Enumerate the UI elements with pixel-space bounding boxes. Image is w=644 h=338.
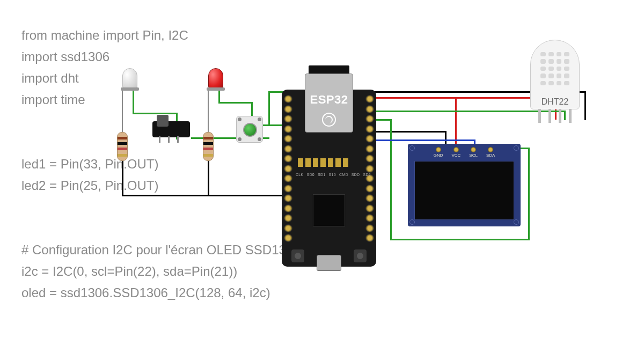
wire-led2-anode bbox=[218, 102, 253, 104]
wire-gnd-rail bbox=[122, 195, 286, 196]
oled-pin-sda: SDA bbox=[486, 153, 495, 158]
wire-scl bbox=[528, 148, 530, 240]
slide-switch bbox=[152, 121, 190, 137]
wire-led1-anode bbox=[133, 113, 178, 114]
dht22-label: DHT22 bbox=[531, 97, 579, 107]
wire-led2-anode bbox=[218, 89, 220, 104]
wire-scl bbox=[390, 119, 392, 240]
wire-sda bbox=[372, 139, 475, 141]
led-clear-base bbox=[121, 87, 139, 91]
esp32-board: ESP32 CLK SD0 SD1 S15 CMD SDD SD2 bbox=[282, 90, 376, 267]
esp32-usb-port-icon bbox=[317, 255, 341, 271]
oled-display: GND VCC SCL SDA bbox=[408, 144, 521, 226]
wire-scl bbox=[390, 239, 530, 240]
push-button bbox=[236, 116, 263, 143]
esp32-pins-left bbox=[284, 95, 292, 242]
espressif-logo-icon bbox=[322, 113, 336, 127]
wire-gnd bbox=[584, 91, 586, 120]
esp32-pins-right bbox=[365, 95, 374, 242]
esp32-label: ESP32 bbox=[305, 93, 353, 107]
oled-pin-vcc: VCC bbox=[451, 153, 460, 158]
esp32-shield: ESP32 bbox=[305, 74, 353, 133]
led-clear bbox=[122, 68, 137, 89]
wire-dht-data bbox=[372, 111, 566, 112]
led-red bbox=[208, 68, 223, 89]
dht22-pins bbox=[538, 109, 572, 123]
circuit-diagram: ESP32 CLK SD0 SD1 S15 CMD SDD SD2 bbox=[0, 0, 644, 338]
wire-sig-mcu bbox=[268, 91, 270, 126]
led1-cathode-leg bbox=[122, 89, 123, 133]
esp32-chip-icon bbox=[313, 194, 345, 226]
oled-screen bbox=[414, 161, 514, 220]
oled-pin-scl: SCL bbox=[469, 153, 478, 158]
dht22-sensor: DHT22 bbox=[530, 40, 580, 109]
esp32-boot-button bbox=[354, 249, 367, 262]
oled-pin-header: GND VCC SCL SDA bbox=[408, 146, 521, 159]
esp32-en-button bbox=[291, 249, 304, 262]
oled-pin-gnd: GND bbox=[434, 153, 443, 158]
led-red-base bbox=[207, 87, 225, 91]
resistor-2 bbox=[203, 132, 214, 161]
wire-gnd-oled bbox=[372, 131, 447, 133]
wire-gnd-res2 bbox=[208, 161, 209, 196]
resistor-1 bbox=[117, 132, 128, 161]
wire-led1-anode bbox=[133, 89, 134, 114]
wire-gnd-res1 bbox=[122, 161, 123, 196]
wire-vcc-oled bbox=[455, 97, 457, 145]
led2-cathode-leg bbox=[208, 89, 209, 133]
